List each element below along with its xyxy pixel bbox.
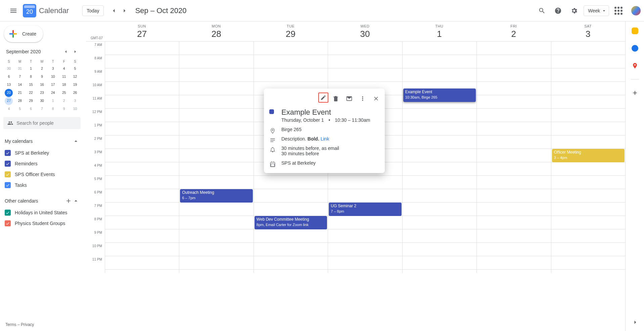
mini-day[interactable]: 29 xyxy=(27,97,35,105)
today-button[interactable]: Today xyxy=(82,5,103,16)
view-switcher[interactable]: Week xyxy=(584,5,609,16)
mini-day[interactable]: 5 xyxy=(71,65,79,73)
day-header[interactable]: WED30 xyxy=(328,21,402,41)
event-block[interactable]: Example Event10:30am, Birge 265 xyxy=(403,89,476,102)
calendar-checkbox[interactable] xyxy=(5,150,11,156)
create-button[interactable]: Create xyxy=(4,25,43,42)
mini-day[interactable]: 20 xyxy=(5,89,13,97)
mini-day[interactable]: 8 xyxy=(49,105,57,113)
add-calendar-icon[interactable] xyxy=(65,198,72,204)
mini-day[interactable]: 10 xyxy=(71,105,79,113)
day-header[interactable]: THU1 xyxy=(402,21,476,41)
mini-day[interactable]: 3 xyxy=(49,65,57,73)
mini-day[interactable]: 19 xyxy=(71,81,79,89)
main-menu-button[interactable] xyxy=(5,3,21,19)
google-apps-button[interactable] xyxy=(612,4,625,17)
other-calendars-toggle[interactable]: Other calendars xyxy=(3,196,81,206)
mini-day[interactable]: 2 xyxy=(38,65,46,73)
mini-prev-button[interactable] xyxy=(62,48,70,56)
mini-day[interactable]: 16 xyxy=(38,81,46,89)
mini-day[interactable]: 7 xyxy=(38,105,46,113)
terms-link[interactable]: Terms xyxy=(5,322,16,327)
event-block[interactable]: Officer Meeting3 – 4pm xyxy=(552,149,625,162)
mini-day[interactable]: 18 xyxy=(60,81,68,89)
settings-button[interactable] xyxy=(567,4,581,17)
mini-day[interactable]: 25 xyxy=(60,89,68,97)
calendar-checkbox[interactable] xyxy=(5,182,11,188)
mini-day[interactable]: 1 xyxy=(27,65,35,73)
calendar-checkbox[interactable] xyxy=(5,220,11,226)
calendar-checkbox[interactable] xyxy=(5,161,11,167)
delete-event-button[interactable] xyxy=(330,93,342,105)
mini-day[interactable]: 12 xyxy=(71,73,79,81)
mini-day[interactable]: 3 xyxy=(71,97,79,105)
privacy-link[interactable]: Privacy xyxy=(21,322,34,327)
mini-day[interactable]: 7 xyxy=(16,73,24,81)
mini-day[interactable]: 6 xyxy=(5,73,13,81)
next-week-button[interactable] xyxy=(119,5,130,16)
calendar-checkbox[interactable] xyxy=(5,210,11,216)
mini-next-button[interactable] xyxy=(71,48,79,56)
mini-day[interactable]: 28 xyxy=(16,97,24,105)
calendar-checkbox[interactable] xyxy=(5,171,11,177)
day-column[interactable] xyxy=(105,42,179,273)
mini-day[interactable]: 13 xyxy=(5,81,13,89)
get-addons-button[interactable] xyxy=(628,86,642,100)
event-options-button[interactable] xyxy=(357,93,369,105)
mini-day[interactable]: 24 xyxy=(49,89,57,97)
mini-day[interactable]: 31 xyxy=(16,65,24,73)
mini-day[interactable]: 27 xyxy=(5,97,13,105)
mini-day[interactable]: 6 xyxy=(27,105,35,113)
edit-event-button[interactable] xyxy=(318,93,328,103)
day-header[interactable]: TUE29 xyxy=(254,21,328,41)
mini-day[interactable]: 9 xyxy=(60,105,68,113)
mini-day[interactable]: 30 xyxy=(5,65,13,73)
calendar-item[interactable]: Physics Student Groups xyxy=(3,220,81,227)
prev-week-button[interactable] xyxy=(108,5,119,16)
mini-day[interactable]: 15 xyxy=(27,81,35,89)
expand-side-panel[interactable] xyxy=(632,319,639,327)
email-guests-button[interactable] xyxy=(343,93,355,105)
tasks-addon[interactable] xyxy=(628,42,642,55)
mini-day[interactable]: 30 xyxy=(38,97,46,105)
calendar-item[interactable]: Holidays in United States xyxy=(3,209,81,216)
calendar-item[interactable]: Reminders xyxy=(3,160,81,167)
day-column[interactable]: Outreach Meeting6 – 7pm xyxy=(179,42,253,273)
mini-day[interactable]: 4 xyxy=(5,105,13,113)
event-block[interactable]: Outreach Meeting6 – 7pm xyxy=(180,189,252,203)
mini-day[interactable]: 14 xyxy=(16,81,24,89)
mini-day[interactable]: 11 xyxy=(60,73,68,81)
my-calendars-toggle[interactable]: My calendars xyxy=(3,136,81,147)
mini-day[interactable]: 26 xyxy=(71,89,79,97)
day-column[interactable]: Example Event10:30am, Birge 265 xyxy=(402,42,476,273)
mini-day[interactable]: 5 xyxy=(16,105,24,113)
day-column[interactable] xyxy=(476,42,551,273)
calendar-item[interactable]: SPS Officer Events xyxy=(3,171,81,178)
calendar-item[interactable]: SPS at Berkeley xyxy=(3,149,81,157)
search-people-input[interactable] xyxy=(3,117,81,129)
day-header[interactable]: SUN27 xyxy=(105,21,179,41)
calendar-item[interactable]: Tasks xyxy=(3,181,81,189)
mini-day[interactable]: 1 xyxy=(49,97,57,105)
account-avatar[interactable] xyxy=(631,5,641,16)
maps-addon[interactable] xyxy=(628,59,642,72)
mini-day[interactable]: 23 xyxy=(38,89,46,97)
event-block[interactable]: Web Dev Committee Meeting8pm, Email Cart… xyxy=(255,216,327,229)
day-column[interactable]: Officer Meeting3 – 4pm xyxy=(551,42,625,273)
keep-addon[interactable] xyxy=(628,24,642,38)
close-popover-button[interactable] xyxy=(370,93,382,105)
event-block[interactable]: UG Seminar 27 – 8pm xyxy=(329,203,401,216)
mini-day[interactable]: 17 xyxy=(49,81,57,89)
search-people-field[interactable] xyxy=(16,120,77,126)
day-header[interactable]: FRI2 xyxy=(476,21,551,41)
mini-day[interactable]: 10 xyxy=(49,73,57,81)
help-button[interactable] xyxy=(551,4,565,17)
day-header[interactable]: SAT3 xyxy=(551,21,625,41)
mini-day[interactable]: 4 xyxy=(60,65,68,73)
mini-day[interactable]: 22 xyxy=(27,89,35,97)
search-button[interactable] xyxy=(535,4,549,17)
mini-day[interactable]: 8 xyxy=(27,73,35,81)
mini-day[interactable]: 9 xyxy=(38,73,46,81)
logo[interactable]: 20 Calendar xyxy=(23,4,69,17)
mini-day[interactable]: 21 xyxy=(16,89,24,97)
